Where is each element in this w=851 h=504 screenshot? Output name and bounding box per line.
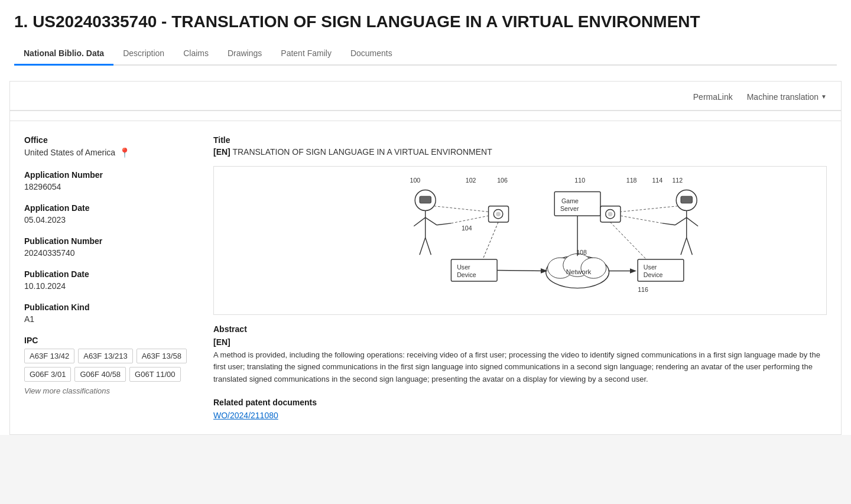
svg-text:112: 112 (672, 176, 683, 183)
main-content: Office United States of America 📍 Applic… (10, 121, 841, 434)
tab-documents[interactable]: Documents (341, 43, 402, 66)
svg-text:108: 108 (576, 249, 587, 256)
title-text: [EN] TRANSLATION OF SIGN LANGUAGE IN A V… (213, 147, 827, 157)
publication-number-value: 20240335740 (24, 248, 194, 258)
publication-kind-value: A1 (24, 314, 194, 324)
svg-text:114: 114 (652, 176, 662, 183)
svg-text:104: 104 (462, 225, 472, 232)
publication-kind-label: Publication Kind (24, 303, 194, 312)
svg-line-45 (687, 217, 698, 226)
content-area: PermaLink Machine translation ▼ Office U… (9, 81, 842, 435)
ipc-badge-6[interactable]: G06T 11/00 (129, 367, 180, 382)
title-value: TRANSLATION OF SIGN LANGUAGE IN A VIRTUA… (232, 147, 492, 157)
application-date-label: Application Date (24, 203, 194, 213)
related-patents-section: Related patent documents WO/2024/211080 (213, 398, 827, 420)
svg-rect-42 (681, 196, 692, 203)
tab-patent-family[interactable]: Patent Family (271, 43, 341, 66)
svg-text:102: 102 (466, 176, 476, 183)
abstract-section: Abstract [EN] A method is provided, incl… (213, 324, 827, 386)
svg-line-13 (420, 238, 426, 255)
toolbar-row: PermaLink Machine translation ▼ (10, 82, 841, 110)
svg-text:Device: Device (644, 271, 663, 278)
svg-line-24 (483, 222, 498, 259)
tabs-bar: National Biblio. Data Description Claims… (14, 43, 837, 66)
svg-line-46 (662, 223, 675, 225)
permalink-button[interactable]: PermaLink (693, 92, 733, 102)
svg-text:User: User (644, 263, 657, 270)
machine-translation-label: Machine translation (747, 92, 818, 102)
diagram-container: 100 102 106 110 118 114 112 (213, 166, 827, 315)
application-number-value: 18296054 (24, 182, 194, 191)
ipc-badge-2[interactable]: A63F 13/213 (78, 349, 132, 363)
svg-line-34 (497, 270, 546, 271)
svg-text:106: 106 (497, 176, 508, 183)
chevron-down-icon: ▼ (821, 93, 827, 100)
page-title: 1. US20240335740 - TRANSLATION OF SIGN L… (14, 12, 837, 32)
svg-line-47 (681, 238, 687, 255)
application-number-label: Application Number (24, 170, 194, 180)
page-wrapper: 1. US20240335740 - TRANSLATION OF SIGN L… (0, 0, 851, 435)
svg-text:Device: Device (457, 271, 476, 278)
svg-text:110: 110 (574, 176, 585, 183)
patent-diagram-svg: 100 102 106 110 118 114 112 (319, 173, 721, 308)
tab-claims[interactable]: Claims (174, 43, 218, 66)
related-patent-link[interactable]: WO/2024/211080 (213, 411, 278, 420)
svg-text:Server: Server (560, 205, 579, 212)
svg-line-12 (437, 223, 451, 225)
header-section: 1. US20240335740 - TRANSLATION OF SIGN L… (0, 0, 851, 71)
ipc-badge-5[interactable]: G06F 40/58 (74, 367, 126, 382)
publication-date-value: 10.10.2024 (24, 281, 194, 291)
svg-point-51 (608, 212, 613, 216)
svg-point-17 (496, 212, 501, 216)
right-panel: Title [EN] TRANSLATION OF SIGN LANGUAGE … (213, 135, 827, 420)
svg-line-44 (675, 217, 686, 225)
svg-text:118: 118 (626, 176, 637, 183)
tab-description[interactable]: Description (113, 43, 174, 66)
toolbar-divider (10, 110, 841, 111)
application-date-value: 05.04.2023 (24, 215, 194, 225)
location-icon: 📍 (119, 147, 131, 158)
svg-line-10 (414, 217, 425, 226)
left-panel: Office United States of America 📍 Applic… (24, 135, 213, 420)
svg-rect-8 (420, 196, 431, 203)
machine-translation-button[interactable]: Machine translation ▼ (747, 92, 827, 102)
svg-text:User: User (457, 263, 470, 270)
abstract-text: A method is provided, including the foll… (213, 349, 827, 386)
svg-line-11 (426, 217, 437, 225)
svg-line-52 (621, 216, 662, 223)
office-label: Office (24, 135, 194, 145)
title-section: Title [EN] TRANSLATION OF SIGN LANGUAGE … (213, 135, 827, 157)
title-label: Title (213, 135, 827, 145)
abstract-label: Abstract (213, 324, 827, 334)
ipc-container: A63F 13/42 A63F 13/213 A63F 13/58 G06F 3… (24, 349, 194, 382)
svg-line-19 (434, 206, 488, 212)
title-lang: [EN] (213, 147, 230, 157)
office-value: United States of America 📍 (24, 147, 194, 158)
svg-text:100: 100 (410, 176, 420, 183)
publication-number-label: Publication Number (24, 236, 194, 246)
ipc-badge-1[interactable]: A63F 13/42 (24, 349, 74, 363)
related-patents-label: Related patent documents (213, 398, 827, 407)
view-more-classifications[interactable]: View more classifications (24, 386, 194, 395)
svg-text:Network: Network (566, 268, 592, 275)
svg-line-53 (621, 206, 678, 212)
tab-drawings[interactable]: Drawings (218, 43, 271, 66)
svg-line-14 (426, 238, 431, 255)
tab-national-biblio[interactable]: National Biblio. Data (14, 43, 113, 66)
abstract-lang: [EN] (213, 337, 827, 347)
publication-date-label: Publication Date (24, 269, 194, 279)
ipc-badge-3[interactable]: A63F 13/58 (137, 349, 187, 363)
ipc-label: IPC (24, 336, 194, 345)
svg-line-18 (451, 216, 488, 223)
svg-line-48 (687, 238, 693, 255)
svg-text:Game: Game (561, 197, 579, 204)
svg-text:116: 116 (638, 286, 648, 293)
svg-line-54 (610, 222, 647, 259)
ipc-badge-4[interactable]: G06F 3/01 (24, 367, 71, 382)
